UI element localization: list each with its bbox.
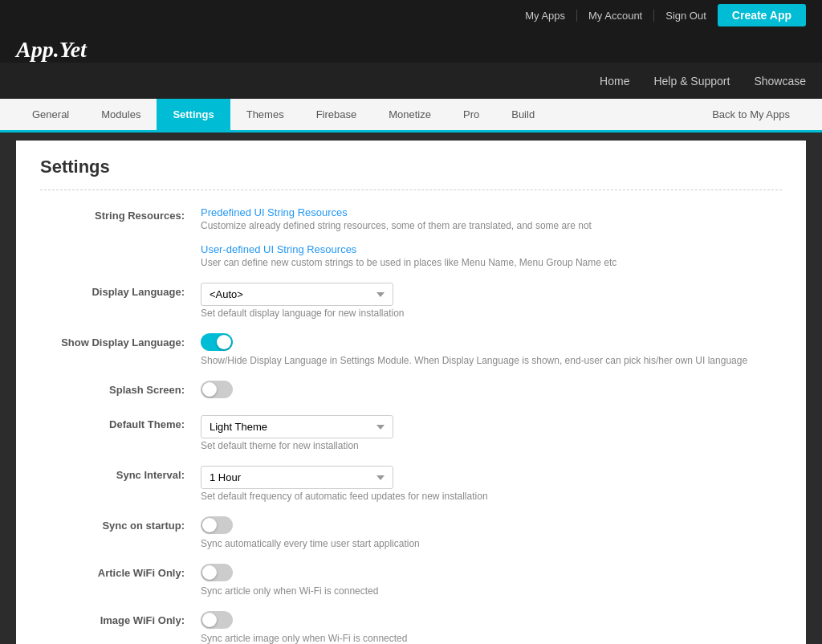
tab-pro[interactable]: Pro xyxy=(447,99,495,130)
show-display-language-label: Show Display Language: xyxy=(40,333,201,348)
toggle-thumb xyxy=(202,613,217,627)
page-title: Settings xyxy=(40,157,782,177)
help-support-link[interactable]: Help & Support xyxy=(653,75,730,88)
tab-monetize[interactable]: Monetize xyxy=(372,99,447,130)
tab-themes[interactable]: Themes xyxy=(230,99,300,130)
splash-screen-label: Splash Screen: xyxy=(40,381,201,396)
display-language-label: Display Language: xyxy=(40,283,201,298)
display-language-row: Display Language: <Auto> Set default dis… xyxy=(40,283,782,319)
show-display-language-content: Show/Hide Display Language in Settings M… xyxy=(201,333,782,366)
user-defined-string-link[interactable]: User-defined UI String Resources xyxy=(201,243,782,255)
secondary-bar: Home Help & Support Showcase xyxy=(0,63,822,99)
top-bar-links: My Apps My Account Sign Out Create App xyxy=(514,4,806,26)
display-language-content: <Auto> Set default display language for … xyxy=(201,283,782,319)
default-theme-select[interactable]: Light Theme Dark Theme xyxy=(201,415,393,438)
sync-interval-select[interactable]: 1 Hour 30 Minutes 2 Hours 4 Hours xyxy=(201,466,393,489)
sign-out-link[interactable]: Sign Out xyxy=(654,10,718,22)
string-resources-row: String Resources: Predefined UI String R… xyxy=(40,206,782,268)
sync-interval-desc: Set default frequency of automatic feed … xyxy=(201,491,782,502)
sync-startup-desc: Sync automatically every time user start… xyxy=(201,538,782,549)
show-display-language-row: Show Display Language: Show/Hide Display… xyxy=(40,333,782,366)
string-resources-label: String Resources: xyxy=(40,206,201,222)
showcase-link[interactable]: Showcase xyxy=(754,75,806,88)
home-link[interactable]: Home xyxy=(600,75,629,88)
predefined-string-link[interactable]: Predefined UI String Resources xyxy=(201,206,782,218)
sync-startup-toggle[interactable] xyxy=(201,516,233,534)
logo-bar: App.Yet xyxy=(0,31,822,63)
sync-startup-label: Sync on startup: xyxy=(40,516,201,532)
user-defined-string-desc: User can define new custom strings to be… xyxy=(201,257,782,268)
main-content: Settings String Resources: Predefined UI… xyxy=(16,141,806,644)
image-wifi-row: Image WiFi Only: Sync article image only… xyxy=(40,611,782,644)
display-language-select[interactable]: <Auto> xyxy=(201,283,393,306)
toggle-thumb xyxy=(217,335,231,349)
tab-settings[interactable]: Settings xyxy=(157,99,230,130)
default-theme-desc: Set default theme for new installation xyxy=(201,440,782,451)
predefined-string-desc: Customize already defined string resourc… xyxy=(201,220,782,231)
tab-firebase[interactable]: Firebase xyxy=(300,99,373,130)
my-apps-link[interactable]: My Apps xyxy=(514,10,577,22)
article-wifi-content: Sync article only when Wi-Fi is connecte… xyxy=(201,564,782,597)
article-wifi-row: Article WiFi Only: Sync article only whe… xyxy=(40,564,782,597)
sync-startup-content: Sync automatically every time user start… xyxy=(201,516,782,549)
splash-screen-row: Splash Screen: xyxy=(40,381,782,401)
sync-interval-row: Sync Interval: 1 Hour 30 Minutes 2 Hours… xyxy=(40,466,782,502)
tab-general[interactable]: General xyxy=(16,99,85,130)
image-wifi-content: Sync article image only when Wi-Fi is co… xyxy=(201,611,782,644)
toggle-thumb xyxy=(202,382,217,397)
header-section: App.Yet Home Help & Support Showcase xyxy=(0,31,822,99)
show-display-language-desc: Show/Hide Display Language in Settings M… xyxy=(201,355,782,366)
tab-back-to-my-apps[interactable]: Back to My Apps xyxy=(696,99,806,130)
toggle-thumb xyxy=(202,518,217,532)
tab-build[interactable]: Build xyxy=(495,99,551,130)
show-display-language-toggle[interactable] xyxy=(201,333,233,351)
create-app-button[interactable]: Create App xyxy=(718,4,806,26)
article-wifi-desc: Sync article only when Wi-Fi is connecte… xyxy=(201,585,782,597)
tab-modules[interactable]: Modules xyxy=(85,99,157,130)
sync-interval-label: Sync Interval: xyxy=(40,466,201,481)
image-wifi-toggle[interactable] xyxy=(201,611,233,629)
article-wifi-toggle[interactable] xyxy=(201,564,233,581)
app-logo: App.Yet xyxy=(16,37,806,63)
default-theme-content: Light Theme Dark Theme Set default theme… xyxy=(201,415,782,451)
divider xyxy=(40,190,782,190)
article-wifi-label: Article WiFi Only: xyxy=(40,564,201,579)
splash-screen-content xyxy=(201,381,782,401)
tabs-bar: General Modules Settings Themes Firebase… xyxy=(0,99,822,132)
my-account-link[interactable]: My Account xyxy=(577,10,654,22)
sync-startup-row: Sync on startup: Sync automatically ever… xyxy=(40,516,782,549)
top-bar: My Apps My Account Sign Out Create App xyxy=(0,0,822,31)
display-language-desc: Set default display language for new ins… xyxy=(201,308,782,319)
image-wifi-desc: Sync article image only when Wi-Fi is co… xyxy=(201,633,782,644)
sync-interval-content: 1 Hour 30 Minutes 2 Hours 4 Hours Set de… xyxy=(201,466,782,502)
default-theme-row: Default Theme: Light Theme Dark Theme Se… xyxy=(40,415,782,451)
string-resources-content: Predefined UI String Resources Customize… xyxy=(201,206,782,268)
image-wifi-label: Image WiFi Only: xyxy=(40,611,201,626)
toggle-thumb xyxy=(202,565,217,580)
splash-screen-toggle[interactable] xyxy=(201,381,233,398)
default-theme-label: Default Theme: xyxy=(40,415,201,430)
